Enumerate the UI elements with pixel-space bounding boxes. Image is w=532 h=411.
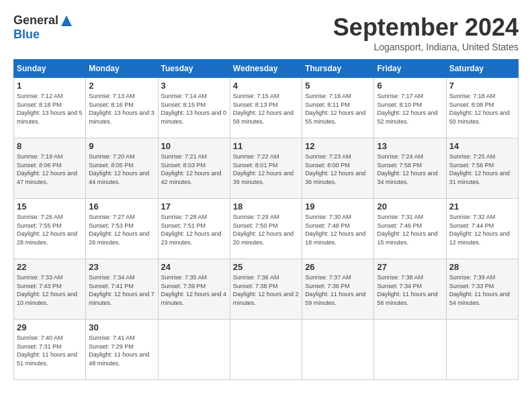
day-number: 2 <box>89 81 154 91</box>
day-number: 27 <box>377 262 443 272</box>
day-number: 19 <box>305 201 371 212</box>
table-cell: 16Sunrise: 7:27 AMSunset: 7:53 PMDayligh… <box>86 199 158 259</box>
day-number: 1 <box>17 81 83 91</box>
day-number: 6 <box>377 81 443 91</box>
title-section: September 2024 Logansport, Indiana, Unit… <box>333 13 519 52</box>
svg-marker-0 <box>61 15 72 26</box>
table-cell: 24Sunrise: 7:35 AMSunset: 7:39 PMDayligh… <box>158 259 230 320</box>
day-info: Sunrise: 7:17 AMSunset: 8:10 PMDaylight:… <box>377 92 443 126</box>
table-cell: 2Sunrise: 7:13 AMSunset: 8:16 PMDaylight… <box>86 78 158 138</box>
table-cell: 6Sunrise: 7:17 AMSunset: 8:10 PMDaylight… <box>374 78 446 138</box>
day-number: 14 <box>449 141 515 151</box>
day-info: Sunrise: 7:40 AMSunset: 7:31 PMDaylight:… <box>17 334 83 367</box>
col-friday: Friday <box>374 60 446 78</box>
col-tuesday: Tuesday <box>158 60 230 78</box>
day-number: 15 <box>17 201 83 212</box>
day-number: 23 <box>89 262 154 272</box>
table-cell: 5Sunrise: 7:16 AMSunset: 8:11 PMDaylight… <box>302 78 374 138</box>
day-number: 30 <box>89 322 154 332</box>
table-cell: 25Sunrise: 7:36 AMSunset: 7:38 PMDayligh… <box>230 259 302 320</box>
day-info: Sunrise: 7:13 AMSunset: 8:16 PMDaylight:… <box>89 92 154 126</box>
day-number: 25 <box>233 262 299 272</box>
day-info: Sunrise: 7:29 AMSunset: 7:50 PMDaylight:… <box>233 213 299 246</box>
table-cell: 23Sunrise: 7:34 AMSunset: 7:41 PMDayligh… <box>86 259 158 320</box>
day-info: Sunrise: 7:25 AMSunset: 7:56 PMDaylight:… <box>449 152 515 186</box>
table-cell: 11Sunrise: 7:22 AMSunset: 8:01 PMDayligh… <box>230 138 302 199</box>
table-cell: 27Sunrise: 7:38 AMSunset: 7:34 PMDayligh… <box>374 259 446 320</box>
day-info: Sunrise: 7:28 AMSunset: 7:51 PMDaylight:… <box>161 213 227 246</box>
table-cell: 8Sunrise: 7:19 AMSunset: 8:06 PMDaylight… <box>14 138 86 199</box>
day-info: Sunrise: 7:20 AMSunset: 8:05 PMDaylight:… <box>89 152 154 186</box>
col-wednesday: Wednesday <box>230 60 302 78</box>
table-cell <box>374 320 446 380</box>
table-cell: 4Sunrise: 7:15 AMSunset: 8:13 PMDaylight… <box>230 78 302 138</box>
header: General Blue September 2024 Logansport, … <box>13 13 519 52</box>
day-info: Sunrise: 7:19 AMSunset: 8:06 PMDaylight:… <box>17 152 83 186</box>
table-cell: 13Sunrise: 7:24 AMSunset: 7:58 PMDayligh… <box>374 138 446 199</box>
day-number: 24 <box>161 262 227 272</box>
table-cell: 30Sunrise: 7:41 AMSunset: 7:29 PMDayligh… <box>86 320 158 380</box>
day-number: 11 <box>233 141 299 151</box>
day-info: Sunrise: 7:15 AMSunset: 8:13 PMDaylight:… <box>233 92 299 126</box>
day-info: Sunrise: 7:24 AMSunset: 7:58 PMDaylight:… <box>377 152 443 186</box>
table-cell <box>446 320 518 380</box>
day-info: Sunrise: 7:34 AMSunset: 7:41 PMDaylight:… <box>89 273 154 307</box>
col-thursday: Thursday <box>302 60 374 78</box>
table-cell: 28Sunrise: 7:39 AMSunset: 7:33 PMDayligh… <box>446 259 518 320</box>
day-info: Sunrise: 7:31 AMSunset: 7:46 PMDaylight:… <box>377 213 443 246</box>
table-row: 1Sunrise: 7:12 AMSunset: 8:18 PMDaylight… <box>14 78 519 138</box>
day-number: 10 <box>161 141 227 151</box>
day-number: 4 <box>233 81 299 91</box>
location-subtitle: Logansport, Indiana, United States <box>333 42 519 52</box>
table-row: 15Sunrise: 7:26 AMSunset: 7:55 PMDayligh… <box>14 199 519 259</box>
day-info: Sunrise: 7:16 AMSunset: 8:11 PMDaylight:… <box>305 92 371 126</box>
day-number: 5 <box>305 81 371 91</box>
day-info: Sunrise: 7:26 AMSunset: 7:55 PMDaylight:… <box>17 213 83 246</box>
day-number: 21 <box>449 201 515 212</box>
day-number: 13 <box>377 141 443 151</box>
day-info: Sunrise: 7:35 AMSunset: 7:39 PMDaylight:… <box>161 273 227 307</box>
table-cell <box>302 320 374 380</box>
table-cell: 7Sunrise: 7:18 AMSunset: 8:08 PMDaylight… <box>446 78 518 138</box>
calendar-table: Sunday Monday Tuesday Wednesday Thursday… <box>13 59 519 380</box>
day-info: Sunrise: 7:12 AMSunset: 8:18 PMDaylight:… <box>17 92 83 126</box>
table-row: 29Sunrise: 7:40 AMSunset: 7:31 PMDayligh… <box>14 320 519 380</box>
table-cell: 20Sunrise: 7:31 AMSunset: 7:46 PMDayligh… <box>374 199 446 259</box>
day-info: Sunrise: 7:39 AMSunset: 7:33 PMDaylight:… <box>449 273 515 307</box>
day-info: Sunrise: 7:36 AMSunset: 7:38 PMDaylight:… <box>233 273 299 307</box>
day-number: 20 <box>377 201 443 212</box>
logo-general-text: General <box>13 13 58 28</box>
table-cell: 17Sunrise: 7:28 AMSunset: 7:51 PMDayligh… <box>158 199 230 259</box>
day-info: Sunrise: 7:41 AMSunset: 7:29 PMDaylight:… <box>89 334 154 367</box>
col-sunday: Sunday <box>14 60 86 78</box>
table-cell: 9Sunrise: 7:20 AMSunset: 8:05 PMDaylight… <box>86 138 158 199</box>
day-info: Sunrise: 7:33 AMSunset: 7:43 PMDaylight:… <box>17 273 83 307</box>
table-cell: 10Sunrise: 7:21 AMSunset: 8:03 PMDayligh… <box>158 138 230 199</box>
day-info: Sunrise: 7:14 AMSunset: 8:15 PMDaylight:… <box>161 92 227 126</box>
day-number: 28 <box>449 262 515 272</box>
table-cell <box>230 320 302 380</box>
logo-blue-text: Blue <box>13 28 40 42</box>
day-number: 17 <box>161 201 227 212</box>
table-cell <box>158 320 230 380</box>
table-cell: 29Sunrise: 7:40 AMSunset: 7:31 PMDayligh… <box>14 320 86 380</box>
month-title: September 2024 <box>333 13 519 42</box>
day-number: 26 <box>305 262 371 272</box>
table-cell: 1Sunrise: 7:12 AMSunset: 8:18 PMDaylight… <box>14 78 86 138</box>
table-cell: 22Sunrise: 7:33 AMSunset: 7:43 PMDayligh… <box>14 259 86 320</box>
day-info: Sunrise: 7:22 AMSunset: 8:01 PMDaylight:… <box>233 152 299 186</box>
table-cell: 26Sunrise: 7:37 AMSunset: 7:36 PMDayligh… <box>302 259 374 320</box>
day-number: 7 <box>449 81 515 91</box>
day-number: 29 <box>17 322 83 332</box>
day-number: 16 <box>89 201 154 212</box>
calendar-header-row: Sunday Monday Tuesday Wednesday Thursday… <box>14 60 519 78</box>
logo-icon <box>60 14 73 28</box>
table-cell: 19Sunrise: 7:30 AMSunset: 7:48 PMDayligh… <box>302 199 374 259</box>
day-number: 3 <box>161 81 227 91</box>
day-info: Sunrise: 7:23 AMSunset: 8:00 PMDaylight:… <box>305 152 371 186</box>
table-row: 8Sunrise: 7:19 AMSunset: 8:06 PMDaylight… <box>14 138 519 199</box>
table-row: 22Sunrise: 7:33 AMSunset: 7:43 PMDayligh… <box>14 259 519 320</box>
day-info: Sunrise: 7:18 AMSunset: 8:08 PMDaylight:… <box>449 92 515 126</box>
day-number: 8 <box>17 141 83 151</box>
table-cell: 3Sunrise: 7:14 AMSunset: 8:15 PMDaylight… <box>158 78 230 138</box>
